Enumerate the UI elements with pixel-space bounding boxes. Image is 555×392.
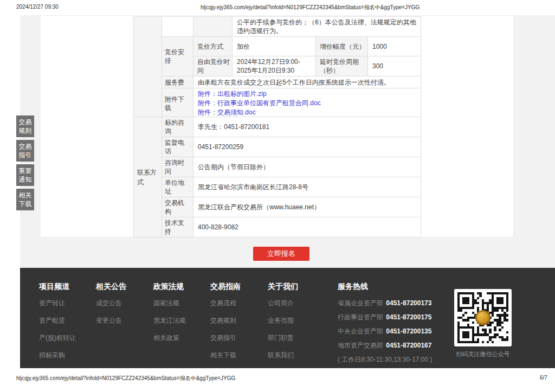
service-fee-label: 服务费 [162,76,193,88]
institution-label: 交易机构 [162,197,193,217]
bidding-method-label: 竞价方式 [193,37,233,56]
footer-link[interactable]: 部门职责 [268,333,298,343]
hotline-phone: 0451-87200173 [386,299,431,307]
consult-time-label: 咨询时间 [162,157,193,177]
bidding-arrangement-label: 竞价安排 [162,37,193,76]
hotline-title: 服务热线 [338,282,460,292]
footer-col-about-us: 关于我们 公司简介 业务范围 部门职责 联系我们 [268,282,298,368]
contact-table: 联系方式 标的咨询 李先生：0451-87200181 监督电话 0451-87… [133,117,421,237]
hotline-label: 省属企业资产部 [338,299,384,308]
attachment-link-images[interactable]: 附件：出租标的图片.zip [198,89,416,99]
auction-detail-table: 公平的手续参与竞价的；（6）本公告及法律、法规规定的其他违约违规行为。 竞价安排… [133,16,421,119]
hotline-phone: 0451-87200175 [386,313,431,321]
side-tab-important-notice[interactable]: 重要通知 [16,164,34,186]
supervision-phone-label: 监督电话 [162,137,193,157]
footer-col-title: 交易指南 [210,282,241,292]
print-url-header: hljcqjy.ejy365.com/ejy/detail?infold=N01… [201,4,420,11]
qr-caption: 扫码关注微信公众号 [454,350,512,358]
hotline-label: 中央企业资产部 [338,327,384,336]
overtime-cycle-value: 300 [368,56,421,76]
footer-col-project-channels: 项目频道 资产转让 资产租赁 产(股)权转让 招标采购 [39,282,76,368]
attachments-cell: 附件：出租标的图片.zip 附件：行政事业单位国有资产租赁合同.doc 附件：交… [193,88,421,119]
footer-col-title: 相关公告 [96,282,126,292]
hotline-row: 省属企业资产部 0451-87200173 [338,299,460,308]
signup-now-button[interactable]: 立即报名 [253,247,309,261]
side-tab-trade-guide[interactable]: 交易指引 [16,140,34,162]
footer-link[interactable]: 业务范围 [268,316,298,325]
hotline-row: 行政事业资产部 0451-87200175 [338,313,460,322]
hotline-row: 中央企业资产部 0451-87200135 [338,327,460,336]
footer-link[interactable]: 交易指引 [210,333,241,343]
bidding-method-value: 加价 [233,37,316,56]
footer-link[interactable]: 交易规则 [210,316,241,325]
attachment-link-notice[interactable]: 附件：交易须知.doc [198,108,416,117]
footer-link[interactable]: 交易流程 [210,299,241,308]
footer-link[interactable]: 相关政策 [153,333,186,343]
wechat-qr-block: 扫码关注微信公众号 [454,289,512,358]
group-cell-empty [134,17,162,119]
increment-label: 增价幅度（元） [316,37,368,56]
overflow-text-cell: 公平的手续参与竞价的；（6）本公告及法律、法规规定的其他违约违规行为。 [233,17,421,37]
footer-link[interactable]: 相关下载 [210,351,241,360]
footer-link[interactable]: 变更公告 [96,316,126,325]
attachments-label: 附件下载 [162,88,193,119]
address-label: 单位地址 [162,177,193,197]
consult-time-value: 公告期内（节假日除外） [193,157,421,177]
contact-group-label: 联系方式 [134,117,162,237]
footer-link[interactable]: 成交公告 [96,299,126,308]
side-tab-trade-rules[interactable]: 交易规则 [16,115,34,137]
footer-col-policies: 政策法规 国家法规 黑龙江法规 相关政策 [153,282,186,351]
print-page-number: 6/7 [540,375,547,381]
qr-code [454,289,512,346]
increment-value: 1000 [368,37,421,56]
footer-link[interactable]: 黑龙江法规 [153,316,186,325]
footer-col-title: 政策法规 [153,282,186,292]
footer-link[interactable]: 公司简介 [268,299,298,308]
service-fee-value: 由承租方在竞价成交之次日起5个工作日内按系统提示一次性付清。 [193,76,421,88]
hotline-row: 地市资产交易部 0451-87200167 [338,341,460,350]
free-bidding-time-value: 2024年12月27日9:00-2025年1月20日9:30 [233,56,316,76]
hotline-phone: 0451-87200167 [386,342,431,349]
print-url-footer: hljcqjy.ejy365.com/ejy/detail?infold=N01… [16,375,235,382]
footer-col-title: 关于我们 [268,282,298,292]
sublabel-cell-empty [193,17,233,37]
hotline-phone: 0451-87200135 [386,327,431,335]
address-value: 黑龙江省哈尔滨市南岗区长江路28-8号 [193,177,421,197]
supervision-phone-value: 0451-87200259 [193,137,421,157]
label-cell-empty [162,17,193,37]
footer-link[interactable]: 联系我们 [268,351,298,360]
qr-center-logo-icon [475,310,491,325]
footer-link[interactable]: 资产租赁 [39,316,76,325]
site-footer: 项目频道 资产转让 资产租赁 产(股)权转让 招标采购 相关公告 成交公告 变更… [20,268,555,368]
footer-col-announcements: 相关公告 成交公告 变更公告 [96,282,126,333]
footer-link[interactable]: 资产转让 [39,299,76,308]
attachment-link-contract[interactable]: 附件：行政事业单位国有资产租赁合同.doc [198,99,416,108]
free-bidding-time-label: 自由竞价时间 [193,56,233,76]
hotline-label: 地市资产交易部 [338,341,384,350]
footer-hotline: 服务热线 省属企业资产部 0451-87200173 行政事业资产部 0451-… [338,282,460,364]
tech-support-label: 技术支持 [162,217,193,237]
footer-link[interactable]: 招标采购 [39,351,76,360]
footer-col-trade-guide: 交易指南 交易流程 交易规则 交易指引 相关下载 [210,282,241,368]
institution-value: 黑龙江联合产权交易所（www.huaee.net） [193,197,421,217]
footer-link[interactable]: 国家法规 [153,299,186,308]
subject-consult-value: 李先生：0451-87200181 [193,117,421,137]
subject-consult-label: 标的咨询 [162,117,193,137]
hotline-label: 行政事业资产部 [338,313,384,322]
tech-support-value: 400-828-9082 [193,217,421,237]
hotline-hours: ( 工作日8:30-11:30,13:30-17:00 ) [338,355,460,364]
footer-link[interactable]: 产(股)权转让 [39,333,76,343]
print-datetime: 2024/12/27 09:30 [16,4,59,10]
footer-col-title: 项目频道 [39,282,76,292]
side-tab-related-downloads[interactable]: 相关下载 [16,189,34,210]
print-page: 2024/12/27 09:30 hljcqjy.ejy365.com/ejy/… [0,0,555,392]
overtime-cycle-label: 延时竞价周期（秒） [316,56,368,76]
